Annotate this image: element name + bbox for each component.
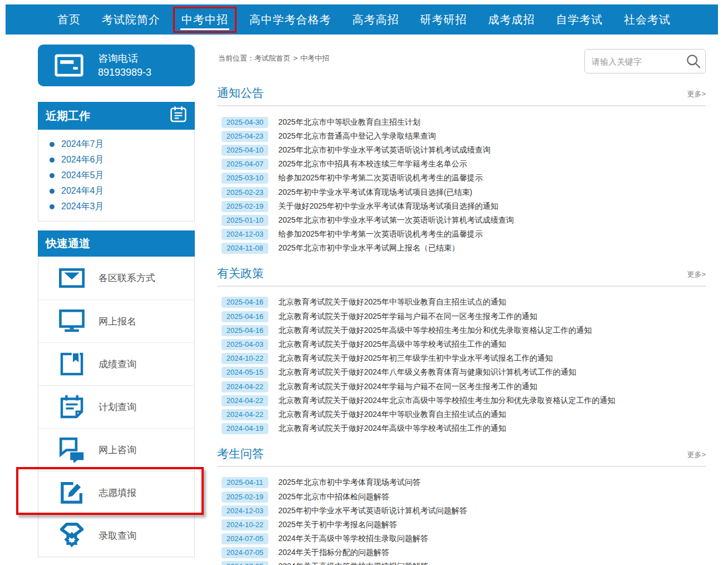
news-link[interactable]: 北京教育考试院关于做好2024年北京市高级中等学校招生考生加分和优先录取资格认定… — [278, 396, 615, 406]
news-date-badge: 2025-04-03 — [222, 339, 268, 350]
nav-item[interactable]: 自学考试 — [548, 7, 611, 33]
news-item: 2025-02-23 2025年初中学业水平考试体育现场考试项目选择(已结束) — [222, 185, 706, 199]
quick-channel-item[interactable]: 志愿填报 — [38, 471, 194, 514]
notepad-icon — [58, 394, 85, 420]
more-link[interactable]: 更多> — [687, 450, 706, 460]
news-link[interactable]: 2025年北京市中等职业教育自主招生计划 — [278, 117, 420, 127]
contact-phone-card[interactable]: 咨询电话 89193989-3 — [38, 45, 195, 86]
news-link[interactable]: 2025年北京市普通高中登记入学录取结果查询 — [278, 131, 436, 141]
more-link[interactable]: 更多> — [687, 89, 706, 99]
breadcrumb-separator: > — [293, 54, 298, 62]
news-date-badge: 2025-04-16 — [222, 297, 268, 308]
calendar-icon — [170, 106, 187, 126]
news-link[interactable]: 2025年北京市初中学业水平考试第一次英语听说计算机考试成绩查询 — [278, 215, 514, 225]
breadcrumb-home-link[interactable]: 考试院首页 — [254, 54, 291, 62]
news-link[interactable]: 2025年北京市初中学考体育现场考试问答 — [278, 478, 420, 488]
news-date-badge: 2024-04-22 — [222, 381, 268, 392]
nav-item[interactable]: 社会考试 — [616, 7, 679, 33]
news-section: 有关政策 更多> 2025-04-16 北京教育考试院关于做好2025年中等职业… — [217, 266, 706, 436]
news-link[interactable]: 北京教育考试院关于做好2024年高级中等学校考试招生工作的通知 — [278, 424, 506, 434]
quick-channel-item[interactable]: 录取查询 — [38, 514, 194, 557]
news-item: 2025-03-10 给参加2025年初中学考第二次英语听说机考考生的温馨提示 — [222, 171, 706, 185]
nav-item[interactable]: 高中学考合格考 — [241, 7, 340, 33]
news-link[interactable]: 2024年关于指标分配的问题解答 — [278, 548, 389, 558]
nav-item[interactable]: 成考成招 — [480, 7, 543, 33]
news-link[interactable]: 北京教育考试院关于做好2025年高级中等学校考试招生工作的通知 — [278, 340, 506, 350]
news-link[interactable]: 北京教育考试院关于做好2025年中等职业教育自主招生试点的通知 — [278, 297, 506, 307]
news-link[interactable]: 给参加2025年初中学考第二次英语听说机考考生的温馨提示 — [278, 173, 483, 183]
news-item: 2025-04-10 2025年北京市初中学业水平考试英语听说计算机考试成绩查询 — [222, 143, 706, 157]
news-list: 2025-04-11 2025年北京市初中学考体育现场考试问答 2025-02-… — [217, 467, 706, 565]
news-item: 2024-10-22 北京教育考试院关于做好2025年初三年级学生初中学业水平考… — [222, 352, 706, 366]
quick-channel-label: 网上报名 — [99, 315, 136, 328]
recent-work-month-link[interactable]: 2024年3月 — [61, 201, 104, 213]
nav-item[interactable]: 高考高招 — [344, 7, 407, 33]
news-link[interactable]: 2024年关于高级中等学校招生录取问题解答 — [278, 534, 428, 544]
quick-channel-list: 各区联系方式 网上报名 成绩查询 计划查询 网上咨询 志愿填报 录取查询 — [38, 257, 195, 557]
news-link[interactable]: 2025年北京市初中学业水平考试网上报名（已结束） — [278, 243, 459, 253]
recent-work-month-link[interactable]: 2024年5月 — [61, 170, 104, 181]
quick-channel-item[interactable]: 各区联系方式 — [38, 257, 194, 299]
recent-work-month-link[interactable]: 2024年4月 — [61, 185, 104, 197]
search-button[interactable] — [686, 53, 701, 69]
nav-item[interactable]: 首页 — [49, 7, 89, 33]
bullet-dot-icon — [50, 204, 55, 209]
recent-work-list: 2024年7月 2024年6月 2024年5月 2024年4月 2024年3月 — [38, 130, 195, 222]
recent-work-month-link[interactable]: 2024年6月 — [61, 154, 104, 166]
news-link[interactable]: 2024年关于高级中等学校志愿填报问题解答 — [278, 562, 428, 565]
news-link[interactable]: 2025年北京市初中学业水平考试英语听说计算机考试成绩查询 — [278, 145, 490, 155]
news-item: 2025-02-19 2025年北京市中招体检问题解答 — [222, 490, 706, 504]
section-title: 通知公告 — [217, 85, 264, 101]
nav-item[interactable]: 中考中招 — [173, 7, 237, 33]
news-date-badge: 2025-03-10 — [222, 173, 268, 184]
news-date-badge: 2024-07-05 — [222, 533, 268, 544]
news-list: 2025-04-30 2025年北京市中等职业教育自主招生计划 2025-04-… — [217, 106, 706, 256]
more-link[interactable]: 更多> — [687, 269, 706, 279]
book-icon — [58, 351, 85, 377]
news-link[interactable]: 2025年初中学业水平考试体育现场考试项目选择(已结束) — [278, 188, 472, 198]
news-link[interactable]: 北京教育考试院关于做好2025年高级中等学校招生考生加分和优先录取资格认定工作的… — [278, 326, 592, 336]
quick-channel-label: 录取查询 — [99, 529, 136, 542]
news-link[interactable]: 北京教育考试院关于做好2025年初三年级学生初中学业水平考试报名工作的通知 — [278, 353, 553, 363]
quick-channel-label: 计划查询 — [99, 401, 136, 414]
nav-item[interactable]: 研考研招 — [412, 7, 475, 33]
news-date-badge: 2025-04-30 — [222, 117, 268, 128]
nav-item[interactable]: 考试院简介 — [94, 7, 169, 33]
news-link[interactable]: 2025年关于初中学考报名问题解答 — [278, 520, 397, 530]
news-item: 2025-01-10 2025年北京市初中学业水平考试第一次英语听说计算机考试成… — [222, 213, 706, 227]
quick-channel-panel: 快速通道 各区联系方式 网上报名 成绩查询 计划查询 网上咨询 志愿填报 录取查… — [38, 230, 195, 557]
news-item: 2024-11-08 2025年北京市初中学业水平考试网上报名（已结束） — [222, 242, 706, 256]
recent-work-month-item: 2024年5月 — [38, 168, 194, 183]
quick-channel-item[interactable]: 成绩查询 — [38, 342, 194, 385]
news-item: 2024-04-22 北京教育考试院关于做好2024年北京市高级中等学校招生考生… — [222, 394, 706, 407]
breadcrumb-current[interactable]: 中考中招 — [301, 54, 329, 62]
news-item: 2025-04-07 2025年北京市中招具有本校连续三年学籍考生名单公示 — [222, 158, 706, 171]
news-date-badge: 2024-04-19 — [222, 423, 268, 434]
phone-number: 89193989-3 — [98, 66, 151, 80]
news-link[interactable]: 给参加2025年初中学考第一次英语听说机考考生的温馨提示 — [278, 229, 483, 239]
recent-work-month-link[interactable]: 2024年7月 — [61, 139, 104, 150]
news-link[interactable]: 2025年北京市中招具有本校连续三年学籍考生名单公示 — [278, 159, 467, 169]
news-date-badge: 2025-04-16 — [222, 325, 268, 336]
news-item: 2025-04-16 北京教育考试院关于做好2025年学籍与户籍不在同一区考生报… — [222, 309, 706, 323]
news-section: 考生问答 更多> 2025-04-11 2025年北京市初中学考体育现场考试问答… — [217, 446, 706, 565]
news-link[interactable]: 2025年北京市中招体检问题解答 — [278, 492, 389, 502]
news-link[interactable]: 北京教育考试院关于做好2024年中等职业教育自主招生试点的通知 — [278, 410, 506, 420]
news-link[interactable]: 北京教育考试院关于做好2024年学籍与户籍不在同一区考生报考工作的通知 — [278, 382, 537, 392]
news-date-badge: 2025-02-19 — [222, 201, 268, 212]
news-date-badge: 2024-11-08 — [222, 243, 268, 254]
news-date-badge: 2025-02-23 — [222, 187, 268, 198]
quick-channel-item[interactable]: 计划查询 — [38, 385, 194, 428]
news-item: 2025-04-30 2025年北京市中等职业教育自主招生计划 — [222, 115, 706, 129]
news-link[interactable]: 关于做好2025年初中学业水平考试体育现场考试项目选择的通知 — [278, 202, 498, 212]
news-date-badge: 2024-10-22 — [222, 353, 268, 364]
news-item: 2025-02-19 关于做好2025年初中学业水平考试体育现场考试项目选择的通… — [222, 199, 706, 213]
chat-icon — [58, 436, 85, 463]
news-date-badge: 2024-12-03 — [222, 505, 268, 517]
quick-channel-item[interactable]: 网上报名 — [38, 299, 194, 342]
quick-channel-item[interactable]: 网上咨询 — [38, 428, 194, 471]
news-link[interactable]: 北京教育考试院关于做好2024年八年级义务教育体育与健康知识计算机考试工作的通知 — [278, 367, 576, 377]
news-link[interactable]: 北京教育考试院关于做好2025年学籍与户籍不在同一区考生报考工作的通知 — [278, 312, 537, 322]
news-link[interactable]: 2025年初中学业水平考试英语听说计算机考试问题解答 — [278, 506, 467, 516]
medal-icon — [58, 522, 85, 549]
